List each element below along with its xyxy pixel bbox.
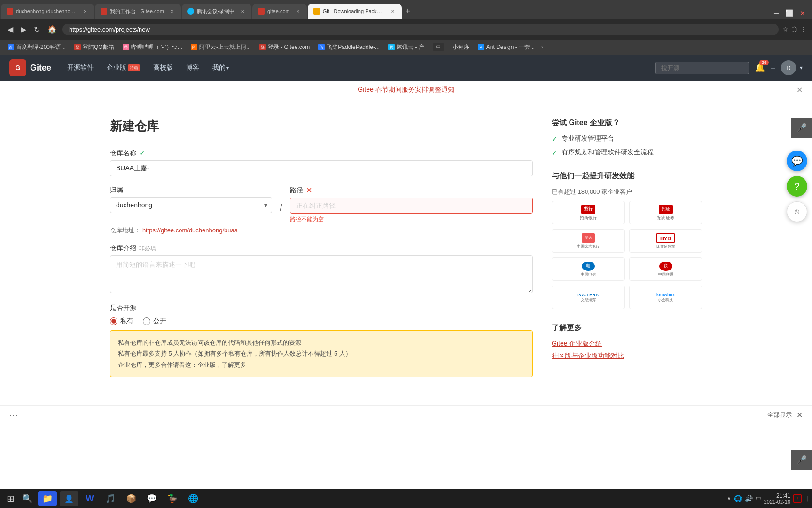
browser-tab-5[interactable]: Git - Downloading Package ✕ (308, 4, 402, 19)
show-all-button[interactable]: 全部显示 (767, 411, 792, 419)
gitee-logo[interactable]: G Gitee (9, 59, 51, 76)
forward-button[interactable]: ▶ (19, 23, 28, 36)
clock-date[interactable]: 21:41 2021-02-16 (764, 492, 790, 505)
browser-tab-3[interactable]: 腾讯会议·录制中 ✕ (182, 4, 251, 19)
intro-textarea[interactable] (110, 255, 533, 293)
volume-icon[interactable]: 🔊 (745, 495, 753, 502)
taskbar-icon4: 🎵 (105, 493, 116, 504)
taskbar-item5[interactable]: 📦 (122, 491, 141, 506)
taskbar-word[interactable]: W (80, 491, 99, 506)
close-button[interactable]: ✕ (797, 8, 808, 19)
nav-mine[interactable]: 我的 ▾ (206, 55, 235, 81)
browser-tab-4[interactable]: gitee.com ✕ (252, 4, 307, 19)
taskbar-files[interactable]: 📁 (38, 491, 57, 506)
radio-private-input[interactable] (110, 318, 117, 325)
input-method-icon[interactable]: 中 (756, 495, 761, 503)
start-button[interactable]: ⊞ (4, 493, 17, 504)
browser-tab-2[interactable]: 我的工作台 - Gitee.com ✕ (95, 4, 181, 19)
mic-icon: 🎤 (796, 123, 807, 133)
minimize-button[interactable]: ─ (771, 8, 781, 19)
bottom-close-button[interactable]: ✕ (796, 411, 803, 420)
taskbar-avatar[interactable]: 👤 (60, 491, 78, 506)
floating-help-button[interactable]: ? (787, 176, 807, 197)
announcement-link[interactable]: Gitee 春节期间服务安排调整通知 (358, 86, 454, 93)
security-badge[interactable]: ! (793, 494, 802, 503)
bookmark-ant[interactable]: A Ant Design - 一套... (474, 42, 539, 52)
radio-private[interactable]: 私有 (110, 317, 133, 325)
date-display: 2021-02-16 (764, 499, 790, 505)
bookmark-miniprogram[interactable]: 小程序 (449, 42, 473, 52)
taskbar-icon6: 💬 (147, 493, 157, 504)
ownership-select-wrapper: duchenhong (110, 197, 272, 213)
nav-university[interactable]: 高校版 (147, 55, 180, 81)
nav-blog[interactable]: 博客 (180, 55, 206, 81)
show-desktop-button[interactable]: ▕ (804, 496, 808, 501)
taskbar-item6[interactable]: 💬 (142, 491, 161, 506)
path-input[interactable] (290, 198, 533, 214)
repo-name-input[interactable] (110, 160, 533, 176)
enterprise-intro-link[interactable]: Gitee 企业版介绍 (552, 340, 702, 348)
search-taskbar-button[interactable]: 🔍 (19, 493, 35, 504)
page-title: 新建仓库 (110, 118, 533, 135)
home-button[interactable]: 🏠 (46, 23, 59, 36)
tab-close-2[interactable]: ✕ (169, 8, 175, 15)
extension-icon[interactable]: ⬡ (791, 25, 797, 33)
avatar-dropdown-icon[interactable]: ▾ (800, 64, 803, 71)
settings-icon[interactable]: ⋮ (800, 25, 806, 33)
tab-close-4[interactable]: ✕ (295, 8, 301, 15)
tab-close-3[interactable]: ✕ (239, 8, 246, 15)
learn-more-section: 了解更多 Gitee 企业版介绍 社区版与企业版功能对比 (552, 323, 702, 360)
taskbar-item4[interactable]: 🎵 (101, 491, 120, 506)
bookmark-qq[interactable]: 登 登陆QQ邮箱 (70, 42, 118, 52)
community-vs-enterprise-link[interactable]: 社区版与企业版功能对比 (552, 352, 702, 360)
announcement-close-button[interactable]: ✕ (796, 86, 803, 95)
feature-2: ✓ 有序规划和管理软件研发全流程 (552, 148, 702, 157)
security-icon: ! (796, 496, 798, 501)
new-tab-button[interactable]: + (402, 4, 414, 19)
notification-button[interactable]: 🔔 26 (755, 63, 765, 73)
bookmark-gitee[interactable]: 登 登录 - Gitee.com (256, 42, 313, 52)
bottom-floating-mic[interactable]: 🎤 (791, 450, 812, 470)
user-avatar[interactable]: D (781, 60, 796, 75)
bookmark-aliyun[interactable]: 阿 阿里云-上云就上阿... (187, 42, 255, 52)
floating-share-button[interactable]: ⎋ (787, 201, 807, 222)
tray-up-icon[interactable]: ∧ (727, 495, 731, 502)
bm-icon-bili: 哔 (123, 44, 129, 50)
nav-opensource[interactable]: 开源软件 (61, 55, 100, 81)
more-bookmarks-icon[interactable]: › (541, 44, 543, 50)
radio-public[interactable]: 公开 (143, 317, 166, 325)
gitee-logo-icon: G (9, 59, 26, 76)
bookmark-bilibili[interactable]: 哔 哔哩哔哩（ '- '）つ... (119, 42, 186, 52)
restore-button[interactable]: ⬜ (782, 8, 796, 19)
ownership-group: 归属 duchenhong (110, 186, 272, 213)
bm-label-mini: 小程序 (453, 43, 469, 51)
bookmark-paddle[interactable]: 飞 飞桨PaddlePaddle-... (314, 42, 383, 52)
radio-public-input[interactable] (143, 318, 150, 325)
address-input[interactable] (62, 24, 779, 35)
tab-close-1[interactable]: ✕ (82, 8, 88, 15)
bookmark-baidu[interactable]: 百 百度翻译-200种语... (4, 42, 70, 52)
taskbar-item7[interactable]: 🦆 (163, 491, 182, 506)
network-icon[interactable]: 🌐 (734, 495, 742, 502)
repo-url-value: https://gitee.com/duchenhong/buaa (142, 227, 238, 234)
star-icon[interactable]: ☆ (782, 25, 789, 33)
bookmark-zhong[interactable]: 中 (429, 42, 448, 52)
bm-label-ant: Ant Design - 一套... (486, 43, 535, 51)
search-input[interactable] (655, 62, 749, 74)
tab-favicon-4 (258, 8, 265, 15)
bottom-menu-button[interactable]: ⋯ (9, 410, 18, 420)
browser-tab-1[interactable]: duchenhong (duchenhong) - G... ✕ (1, 4, 94, 19)
taskbar-browser[interactable]: 🌐 (184, 491, 203, 506)
ownership-select[interactable]: duchenhong (110, 197, 272, 213)
tab-close-5[interactable]: ✕ (390, 8, 396, 15)
floating-chat-button[interactable]: 💬 (787, 151, 807, 171)
ownership-label: 归属 (110, 186, 272, 194)
floating-mic-button[interactable]: 🎤 (791, 118, 812, 138)
nav-enterprise[interactable]: 企业版 特惠 (100, 55, 147, 81)
radio-public-label: 公开 (153, 317, 166, 325)
check-icon-2: ✓ (552, 149, 558, 157)
back-button[interactable]: ◀ (6, 23, 15, 36)
reload-button[interactable]: ↻ (32, 23, 42, 36)
bookmark-tencent[interactable]: 腾 腾讯云 - 产 (384, 42, 428, 52)
add-button[interactable]: ＋ (769, 62, 777, 73)
